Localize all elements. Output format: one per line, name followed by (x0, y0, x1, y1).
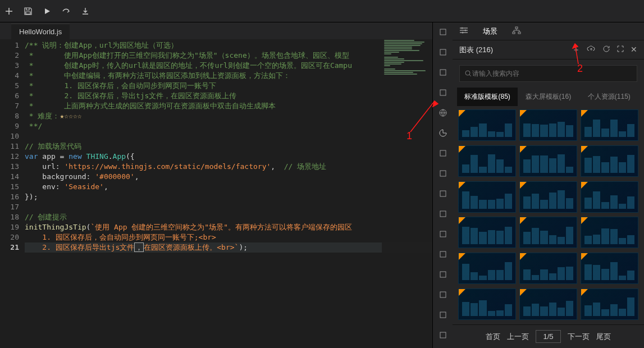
monitor-icon[interactable] (437, 329, 449, 341)
template-thumb[interactable] (581, 109, 638, 141)
template-grid (453, 106, 644, 324)
pager: 首页 上一页 1/5 下一页 尾页 (453, 324, 644, 348)
music-icon[interactable] (437, 268, 449, 281)
resource-panel: 场景 图表 (216) ＋ ✕ 标准版模板(85)森大屏模板(16)个人资源(1… (453, 22, 644, 348)
template-thumb[interactable] (458, 181, 516, 213)
template-tab[interactable]: 标准版模板(85) (457, 88, 518, 106)
template-tabs: 标准版模板(85)森大屏模板(16)个人资源(115) (453, 88, 644, 106)
template-thumb[interactable] (581, 253, 638, 284)
template-thumb[interactable] (581, 289, 638, 320)
svg-rect-2 (440, 70, 446, 75)
cloud-upload-icon[interactable] (587, 45, 596, 55)
pager-prev[interactable]: 上一页 (507, 332, 529, 342)
template-thumb[interactable] (458, 109, 516, 141)
download-icon[interactable] (80, 6, 91, 17)
expand-icon[interactable] (617, 45, 624, 55)
close-icon[interactable]: ✕ (631, 45, 637, 55)
template-thumb[interactable] (519, 253, 577, 284)
panel-tab-tree-icon[interactable] (512, 26, 521, 36)
svg-point-15 (462, 28, 463, 29)
refresh-icon[interactable] (602, 45, 610, 55)
template-thumb[interactable] (581, 217, 638, 248)
svg-rect-20 (518, 32, 520, 34)
svg-rect-1 (440, 49, 446, 55)
annotation-arrow-1 (408, 95, 441, 135)
pager-first[interactable]: 首页 (486, 332, 500, 342)
city-icon[interactable] (437, 228, 449, 240)
svg-rect-18 (515, 27, 518, 29)
svg-rect-0 (440, 29, 446, 35)
template-thumb[interactable] (581, 181, 638, 213)
gear-icon[interactable] (437, 187, 449, 200)
panel-top-tabs: 场景 (453, 22, 644, 40)
svg-point-16 (465, 30, 467, 31)
svg-rect-5 (440, 150, 446, 156)
plus-icon[interactable] (3, 6, 15, 17)
template-thumb[interactable] (458, 289, 516, 320)
svg-rect-11 (440, 272, 446, 277)
editor-body[interactable]: 123456789101112131415161718192021 /** 说明… (0, 39, 432, 348)
panel-tab-settings-icon[interactable] (459, 26, 468, 36)
svg-rect-19 (513, 32, 515, 34)
template-thumb[interactable] (581, 145, 638, 177)
line-chart-icon[interactable] (437, 309, 449, 321)
pager-count: 1/5 (536, 330, 560, 343)
main-area: HelloWorld.js 12345678910111213141516171… (0, 22, 644, 348)
pager-last[interactable]: 尾页 (596, 332, 611, 342)
image-icon[interactable] (437, 248, 449, 260)
code-editor-panel: HelloWorld.js 12345678910111213141516171… (0, 22, 432, 348)
template-thumb[interactable] (519, 289, 577, 320)
template-thumb[interactable] (458, 217, 516, 248)
editor-tab[interactable]: HelloWorld.js (11, 24, 70, 39)
template-thumb[interactable] (519, 217, 577, 248)
right-rail (432, 22, 453, 348)
cloud-icon[interactable] (437, 289, 449, 301)
template-thumb[interactable] (519, 145, 577, 177)
svg-rect-14 (440, 332, 446, 338)
svg-point-21 (465, 71, 470, 75)
search-input[interactable] (472, 70, 632, 77)
template-icon[interactable] (437, 208, 449, 220)
svg-rect-13 (440, 312, 446, 318)
search-box[interactable] (459, 65, 637, 82)
search-icon (464, 70, 472, 77)
svg-point-17 (462, 32, 464, 34)
code-content[interactable]: /** 说明：创建App，url为园区地址（可选） * 使用App创建打开的三维… (25, 39, 432, 348)
sliders-icon[interactable] (437, 26, 449, 38)
svg-rect-9 (440, 231, 446, 237)
panel-header: 图表 (216) ＋ ✕ (453, 40, 644, 59)
share-icon[interactable] (61, 6, 72, 17)
svg-rect-8 (440, 211, 446, 217)
svg-rect-3 (440, 90, 446, 95)
template-tab[interactable]: 个人资源(115) (579, 88, 640, 106)
panel-title: 图表 (216) (459, 45, 493, 55)
svg-rect-6 (440, 171, 446, 176)
pager-next[interactable]: 下一页 (568, 332, 590, 342)
template-thumb[interactable] (458, 145, 516, 177)
panel-tab-scene[interactable]: 场景 (483, 26, 497, 36)
network-icon[interactable] (437, 147, 449, 159)
svg-rect-10 (440, 251, 446, 257)
template-thumb[interactable] (458, 253, 516, 284)
template-tab[interactable]: 森大屏模板(16) (518, 88, 578, 106)
line-gutter: 123456789101112131415161718192021 (0, 39, 25, 348)
play-icon[interactable] (42, 6, 53, 17)
template-thumb[interactable] (519, 109, 577, 141)
top-toolbar (0, 0, 644, 22)
annotation-arrow-2 (570, 40, 584, 66)
minimap[interactable] (382, 39, 432, 348)
layers-icon[interactable] (437, 46, 449, 58)
editor-tab-bar: HelloWorld.js (0, 22, 432, 39)
svg-rect-12 (440, 292, 446, 297)
flag-icon[interactable] (437, 167, 449, 180)
template-thumb[interactable] (519, 181, 577, 213)
box-icon[interactable] (437, 66, 449, 79)
svg-rect-7 (440, 191, 446, 196)
save-icon[interactable] (22, 6, 34, 17)
